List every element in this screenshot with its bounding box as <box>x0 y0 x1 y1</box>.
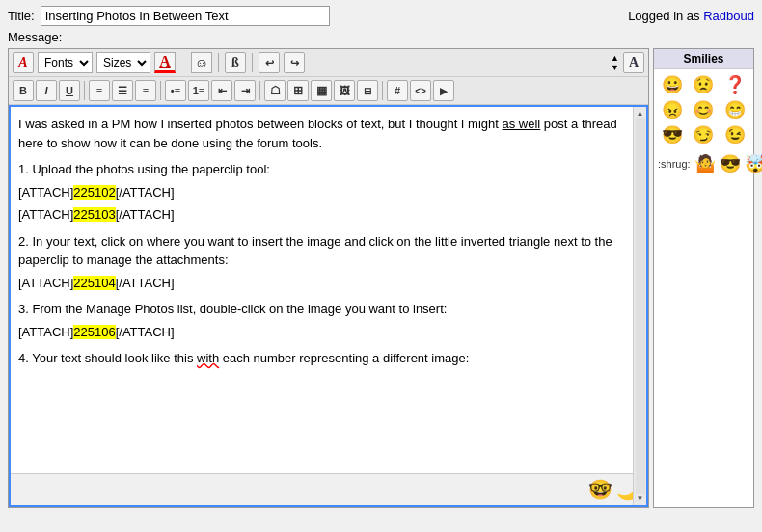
smilies-panel: Smilies 😀 😟 ❓ 😠 😊 😁 😎 😏 😉 :shrug: 🤷 😎 🤯 <box>653 48 754 508</box>
sep6 <box>382 81 383 100</box>
paragraph-1: I was asked in a PM how I inserted photo… <box>18 115 627 152</box>
attach1: [ATTACH]225102[/ATTACH] <box>18 183 627 202</box>
bold-btn[interactable]: B <box>13 80 34 101</box>
scroll-track <box>636 118 645 494</box>
undo-btn[interactable]: ↩ <box>259 52 280 73</box>
italic-btn[interactable]: I <box>36 80 57 101</box>
font-size-large-btn[interactable]: A <box>623 52 644 73</box>
scroll-up-arrow[interactable]: ▲ <box>637 109 644 118</box>
font-icon-btn[interactable]: A <box>13 52 34 73</box>
font-color-btn[interactable]: A <box>154 52 176 73</box>
special-b-btn[interactable]: ß <box>225 52 246 73</box>
editor-content-area[interactable]: I was asked in a PM how I inserted photo… <box>9 105 648 507</box>
smiley-wink[interactable]: 😉 <box>721 123 749 146</box>
hash-btn[interactable]: # <box>387 80 408 101</box>
username-link[interactable]: Radboud <box>703 9 754 23</box>
attach3: [ATTACH]225104[/ATTACH] <box>18 274 627 293</box>
font-select[interactable]: Fonts <box>38 52 93 73</box>
media-btn[interactable]: ▶ <box>433 80 454 101</box>
list-number-btn[interactable]: 1≡ <box>188 80 209 101</box>
vertical-scrollbar[interactable]: ▲ ▼ <box>633 107 646 505</box>
special-img2-btn[interactable]: ⊞ <box>287 80 309 101</box>
underline-btn[interactable]: U <box>59 80 80 101</box>
indent-left-btn[interactable]: ⇤ <box>211 80 232 101</box>
step3: 3. From the Manage Photos list, double-c… <box>18 300 627 341</box>
title-input[interactable] <box>41 6 330 26</box>
smiley-question[interactable]: ❓ <box>721 73 749 96</box>
shrug-emoji[interactable]: 🤷 <box>694 152 716 175</box>
toolbar-row2: B I U ≡ ☰ ≡ •≡ 1≡ ⇤ ⇥ ☖ ⊞ ▦ 🖼 ⊟ # < <box>9 77 648 105</box>
align-right-btn[interactable]: ≡ <box>135 80 156 101</box>
smiley-btn[interactable]: ☺ <box>191 52 212 73</box>
sep5 <box>259 81 260 100</box>
smiley-cool[interactable]: 😎 <box>658 123 687 146</box>
logged-in-section: Logged in as Radboud <box>628 9 754 23</box>
smiley-sad[interactable]: 😟 <box>689 73 718 96</box>
size-select[interactable]: Sizes <box>96 52 150 73</box>
special-img5-btn[interactable]: ⊟ <box>357 80 378 101</box>
smiley-glasses[interactable]: 😎 <box>720 152 741 175</box>
with-link[interactable]: with <box>197 351 219 365</box>
attach2: [ATTACH]225103[/ATTACH] <box>18 205 627 225</box>
align-center-btn[interactable]: ☰ <box>112 80 133 101</box>
smiley-happy[interactable]: 😀 <box>658 73 687 96</box>
special-img3-btn[interactable]: ▦ <box>311 80 332 101</box>
attach4: [ATTACH]225106[/ATTACH] <box>18 323 627 342</box>
as-well-link[interactable]: as well <box>503 117 541 131</box>
title-label: Title: <box>8 9 35 23</box>
code-btn[interactable]: <> <box>410 80 431 101</box>
toolbar-row1: A Fonts Sizes A ☺ ß ↩ <box>9 49 648 77</box>
smiley-explode[interactable]: 🤯 <box>745 152 762 175</box>
scroll-up-btn[interactable]: ▲ <box>611 53 619 63</box>
bottom-icons-row: 🤓 🌙 <box>11 473 646 505</box>
special-img4-btn[interactable]: 🖼 <box>334 80 355 101</box>
smiley-smile[interactable]: 😊 <box>689 98 718 121</box>
special-img1-btn[interactable]: ☖ <box>264 80 286 101</box>
sep3 <box>84 81 85 100</box>
smilies-grid: 😀 😟 ❓ 😠 😊 😁 😎 😏 😉 <box>654 69 753 150</box>
list-bullet-btn[interactable]: •≡ <box>165 80 186 101</box>
smiley-angry[interactable]: 😠 <box>658 98 687 121</box>
align-left-btn[interactable]: ≡ <box>89 80 110 101</box>
sep1 <box>218 53 219 72</box>
indent-right-btn[interactable]: ⇥ <box>234 80 256 101</box>
step4: 4. Your text should look like this with … <box>18 349 627 368</box>
sep2 <box>252 53 253 72</box>
scroll-down-arrow[interactable]: ▼ <box>637 494 644 503</box>
redo-btn[interactable]: ↪ <box>284 52 305 73</box>
nerd-emoji-btn[interactable]: 🤓 <box>588 478 612 501</box>
step2: 2. In your text, click on where you want… <box>18 232 627 293</box>
smiley-grin[interactable]: 😁 <box>721 98 749 121</box>
sep4 <box>160 81 161 100</box>
shrug-label: :shrug: <box>658 158 691 170</box>
smilies-title: Smilies <box>654 49 753 69</box>
scroll-down-btn[interactable]: ▼ <box>611 63 619 72</box>
step1: 1. Upload the photos using the paperclip… <box>18 160 627 225</box>
editor-text[interactable]: I was asked in a PM how I inserted photo… <box>11 107 646 473</box>
smiley-smirk[interactable]: 😏 <box>689 123 718 146</box>
shrug-row: :shrug: 🤷 😎 🤯 <box>654 150 753 177</box>
message-label: Message: <box>8 30 754 44</box>
